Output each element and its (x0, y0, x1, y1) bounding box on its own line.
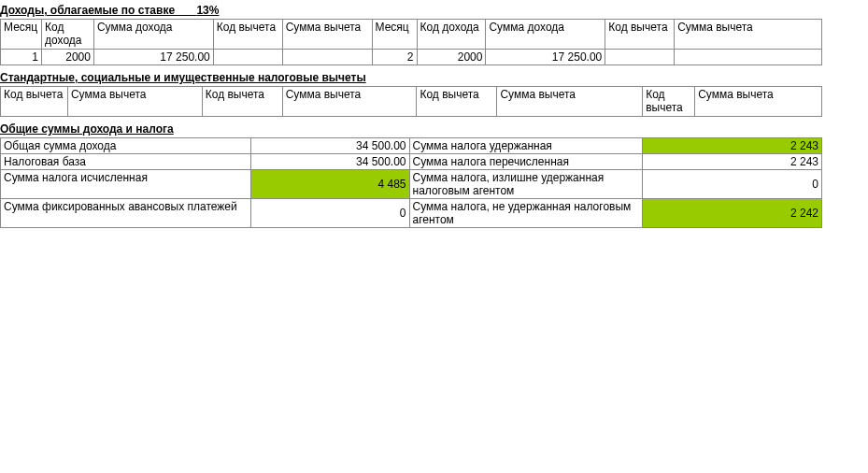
hdr-deduct-code-1: Код вычета (213, 20, 282, 50)
t3-llabel: Сумма фиксированных авансовых платежей (1, 199, 251, 228)
section4-title: Стандартные, социальные и имущественные … (0, 67, 868, 86)
hdr-month-1: Месяц (1, 20, 42, 50)
t0-llabel: Общая сумма дохода (1, 138, 251, 154)
t2-rval: 0 (643, 170, 822, 199)
ded-hdr-sum-3: Сумма вычета (497, 87, 643, 117)
income-table: Месяц Код дохода Сумма дохода Код вычета… (0, 19, 822, 65)
cell-deduct-code-2 (605, 50, 675, 65)
cell-income-sum-1: 17 250.00 (93, 50, 213, 65)
cell-income-code-1: 2000 (41, 50, 93, 65)
ded-hdr-code-3: Код вычета (417, 87, 497, 117)
t2-lval: 4 485 (250, 170, 409, 199)
ded-hdr-code-4: Код вычета (643, 87, 695, 117)
ded-hdr-code-1: Код вычета (1, 87, 68, 117)
t1-rlabel: Сумма налога перечисленная (409, 154, 643, 170)
deductions-header-row: Код вычета Сумма вычета Код вычета Сумма… (1, 87, 822, 117)
ded-hdr-sum-1: Сумма вычета (67, 87, 202, 117)
cell-deduct-sum-2 (675, 50, 822, 65)
income-header-row: Месяц Код дохода Сумма дохода Код вычета… (1, 20, 822, 50)
section3-title-text: Доходы, облагаемые по ставке (0, 4, 175, 17)
income-data-row: 1 2000 17 250.00 2 2000 17 250.00 (1, 50, 822, 65)
hdr-deduct-code-2: Код вычета (605, 20, 675, 50)
cell-deduct-sum-1 (282, 50, 372, 65)
hdr-income-sum-1: Сумма дохода (93, 20, 213, 50)
section3-rate: 13% (196, 4, 219, 17)
section3-title: Доходы, облагаемые по ставке 13% (0, 0, 868, 19)
totals-table: Общая сумма дохода 34 500.00 Сумма налог… (0, 137, 822, 228)
totals-row-3: Сумма фиксированных авансовых платежей 0… (1, 199, 822, 228)
ded-hdr-code-2: Код вычета (202, 87, 282, 117)
hdr-income-code-1: Код дохода (41, 20, 93, 50)
hdr-income-code-2: Код дохода (417, 20, 486, 50)
ded-hdr-sum-2: Сумма вычета (282, 87, 417, 117)
cell-deduct-code-1 (213, 50, 282, 65)
t1-lval: 34 500.00 (250, 154, 409, 170)
t2-llabel: Сумма налога исчисленная (1, 170, 251, 199)
deductions-table: Код вычета Сумма вычета Код вычета Сумма… (0, 86, 822, 117)
t0-lval: 34 500.00 (250, 138, 409, 154)
hdr-month-2: Месяц (372, 20, 417, 50)
totals-row-1: Налоговая база 34 500.00 Сумма налога пе… (1, 154, 822, 170)
ded-hdr-sum-4: Сумма вычета (695, 87, 822, 117)
hdr-deduct-sum-2: Сумма вычета (675, 20, 822, 50)
totals-row-0: Общая сумма дохода 34 500.00 Сумма налог… (1, 138, 822, 154)
t0-rval: 2 243 (643, 138, 822, 154)
t1-rval: 2 243 (643, 154, 822, 170)
cell-income-code-2: 2000 (417, 50, 486, 65)
cell-month-2: 2 (372, 50, 417, 65)
totals-row-2: Сумма налога исчисленная 4 485 Сумма нал… (1, 170, 822, 199)
hdr-income-sum-2: Сумма дохода (486, 20, 605, 50)
t3-rlabel: Сумма налога, не удержанная налоговым аг… (409, 199, 643, 228)
cell-income-sum-2: 17 250.00 (486, 50, 605, 65)
t0-rlabel: Сумма налога удержанная (409, 138, 643, 154)
cell-month-1: 1 (1, 50, 42, 65)
t3-rval: 2 242 (643, 199, 822, 228)
t2-rlabel: Сумма налога, излишне удержанная налогов… (409, 170, 643, 199)
t3-lval: 0 (250, 199, 409, 228)
section5-title: Общие суммы дохода и налога (0, 119, 868, 137)
hdr-deduct-sum-1: Сумма вычета (282, 20, 372, 50)
t1-llabel: Налоговая база (1, 154, 251, 170)
